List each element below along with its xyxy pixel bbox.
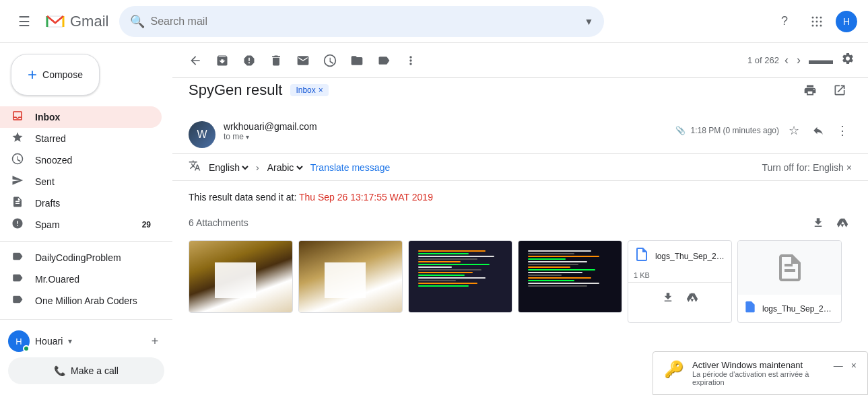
delete-button[interactable] — [264, 48, 288, 73]
user-row: H Houari ▾ + — [8, 325, 164, 357]
sidebar-item-daily[interactable]: DailyCodingProblem — [0, 247, 162, 268]
to-label: to me — [224, 132, 244, 141]
search-bar[interactable]: 🔍 ▼ — [119, 6, 604, 37]
email-more-button[interactable]: ⋮ — [833, 121, 852, 140]
attachment-file-1[interactable]: logs_Thu_Sep_26_13-16-45_WAT_2019.txt 1 … — [628, 240, 732, 323]
move-button[interactable] — [345, 48, 369, 73]
star-email-button[interactable]: ☆ — [784, 121, 803, 140]
sidebar-item-arab-coders[interactable]: One Million Arab Coders — [0, 290, 162, 312]
make-call-label: Make a call — [71, 365, 119, 376]
sidebar-item-starred[interactable]: Starred — [0, 128, 162, 149]
sidebar: + Compose Inbox Starred Snoozed — [0, 43, 172, 395]
mark-unread-button[interactable] — [291, 48, 315, 73]
svg-point-8 — [820, 24, 822, 26]
to-dropdown-icon[interactable]: ▾ — [246, 133, 249, 141]
inbox-tag-close[interactable]: × — [319, 85, 323, 95]
attachment-file-2[interactable]: logs_Thu_Sep_26_... — [737, 240, 842, 323]
sidebar-item-inbox[interactable]: Inbox — [0, 106, 162, 128]
next-page-button[interactable]: › — [794, 50, 803, 70]
settings-button[interactable] — [838, 49, 857, 71]
document-icon — [634, 246, 650, 262]
compose-button[interactable]: + Compose — [11, 54, 100, 96]
snoozed-label: Snoozed — [35, 155, 151, 166]
display-settings-button[interactable]: ▬▬ — [806, 50, 836, 70]
attachments-header: 6 Attachments — [189, 213, 852, 232]
sidebar-item-mr-ouared[interactable]: Mr.Ouared — [0, 268, 162, 290]
sidebar-item-drafts[interactable]: Drafts — [0, 192, 162, 214]
report-spam-button[interactable] — [237, 48, 261, 73]
attachment-photo-2[interactable] — [298, 240, 403, 313]
apps-grid-icon — [811, 15, 823, 28]
sender-avatar: W — [189, 121, 215, 148]
turn-off-close[interactable]: × — [846, 162, 852, 173]
attachment-terminal-2[interactable] — [518, 240, 622, 313]
from-language-select[interactable]: English — [206, 161, 251, 174]
online-indicator — [23, 345, 30, 352]
snooze-button[interactable] — [318, 48, 342, 73]
user-avatar[interactable]: H — [836, 11, 857, 32]
file-1-drive-button[interactable] — [683, 288, 702, 307]
open-new-window-button[interactable] — [828, 78, 852, 102]
turn-off-translation-link[interactable]: Turn off for: English × — [762, 162, 852, 173]
compose-plus-icon: + — [28, 65, 37, 84]
document-large-icon — [774, 252, 806, 284]
archive-icon — [215, 54, 229, 67]
mr-ouared-icon — [11, 272, 24, 287]
apps-button[interactable] — [803, 8, 830, 35]
mr-ouared-label: Mr.Ouared — [35, 274, 151, 285]
search-dropdown-icon[interactable]: ▼ — [585, 16, 594, 27]
translate-arrow-icon: › — [256, 162, 259, 173]
reply-button[interactable] — [809, 121, 828, 140]
sidebar-item-spam[interactable]: Spam 29 — [0, 214, 162, 236]
user-name-dropdown[interactable]: ▾ — [68, 336, 72, 346]
sender-to[interactable]: to me ▾ — [224, 132, 675, 141]
menu-button[interactable]: ☰ — [11, 8, 38, 35]
prev-page-button[interactable]: ‹ — [782, 50, 791, 70]
drive-icon — [836, 217, 848, 229]
translate-message-link[interactable]: Translate message — [310, 162, 391, 173]
top-bar: ☰ Gmail 🔍 ▼ ? — [0, 0, 868, 43]
search-input[interactable] — [150, 15, 578, 28]
more-actions-button[interactable] — [399, 48, 423, 73]
report-icon — [242, 54, 256, 67]
compose-label: Compose — [42, 69, 83, 80]
attachment-photo-1[interactable] — [189, 240, 293, 313]
banner-minimize-button[interactable]: — — [834, 360, 843, 371]
attachment-terminal-1[interactable] — [408, 240, 512, 313]
gmail-text: Gmail — [70, 13, 108, 30]
inbox-tag: Inbox × — [290, 84, 328, 96]
email-subject-row: SpyGen result Inbox × — [172, 78, 868, 110]
print-icon — [803, 83, 817, 97]
to-language-select[interactable]: Arabic — [265, 161, 305, 174]
back-button[interactable] — [183, 48, 207, 73]
label-button[interactable] — [372, 48, 396, 73]
svg-point-6 — [812, 24, 814, 26]
svg-point-7 — [816, 24, 818, 26]
arab-coders-icon — [11, 293, 24, 309]
sidebar-item-snoozed[interactable]: Snoozed — [0, 149, 162, 171]
search-icon: 🔍 — [130, 14, 145, 29]
sent-icon — [11, 174, 24, 190]
svg-point-1 — [816, 16, 818, 18]
sidebar-item-sent[interactable]: Sent — [0, 171, 162, 192]
help-button[interactable]: ? — [771, 8, 798, 35]
spam-icon — [11, 217, 24, 233]
save-to-drive-button[interactable] — [833, 213, 852, 232]
file-doc-icon-1 — [634, 246, 650, 266]
file-1-download-button[interactable] — [659, 288, 677, 307]
label-icon — [377, 54, 391, 67]
windows-activation-banner: 🔑 Activer Windows maintenant La période … — [653, 351, 868, 395]
windows-text-block: Activer Windows maintenant La période d'… — [692, 360, 826, 386]
file-size-1: 1 KB — [628, 271, 731, 282]
make-call-button[interactable]: 📞 Make a call — [8, 357, 164, 384]
email-body-text: This result data send it at: Thu Sep 26 … — [189, 192, 852, 203]
archive-button[interactable] — [210, 48, 234, 73]
translate-bar: English › Arabic Translate message Turn … — [172, 153, 868, 181]
add-user-button[interactable]: + — [145, 332, 164, 351]
sidebar-item-more[interactable]: ⌄ More — [0, 312, 162, 319]
more-actions-icon — [404, 54, 418, 67]
banner-close-button[interactable]: × — [851, 360, 857, 371]
print-button[interactable] — [798, 78, 822, 102]
download-all-button[interactable] — [809, 213, 828, 232]
file-name-2: logs_Thu_Sep_26_... — [762, 304, 836, 314]
